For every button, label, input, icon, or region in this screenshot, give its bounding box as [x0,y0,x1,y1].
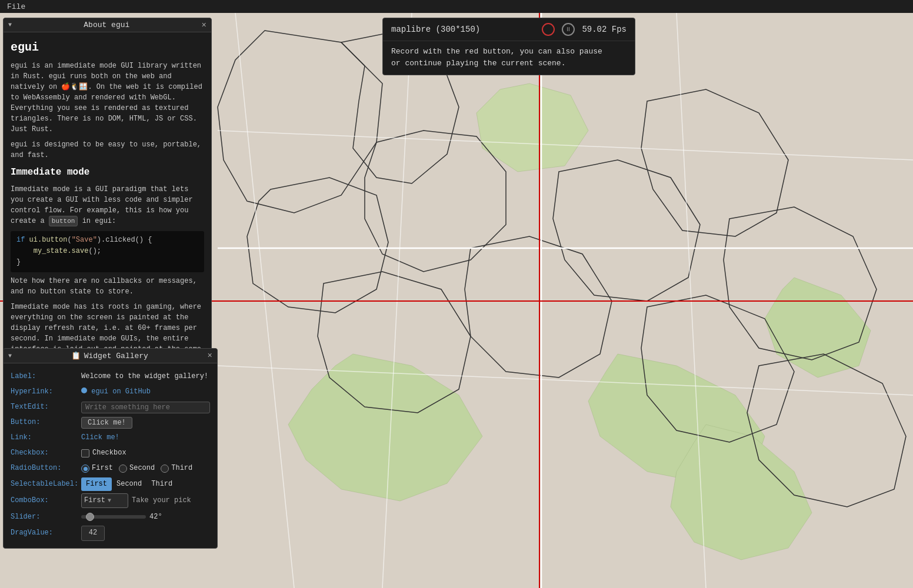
selectable-second[interactable]: Second [112,477,146,491]
drag-value[interactable]: 42 [81,526,105,540]
radio-second-label: Second [129,463,155,474]
radiobutton-label: RadioButton: [11,463,81,474]
about-body2: egui is designed to be easy to use, port… [11,139,204,161]
note1: Note how there are no callbacks or messa… [11,276,204,297]
widget-close-button[interactable]: × [208,352,212,360]
dragvalue-row: DragValue: 42 [11,524,210,542]
label-row: Label: Welcome to the widget gallery! [11,369,210,385]
button-field-label: Button: [11,417,81,428]
about-heading: egui [11,38,204,57]
about-panel-title: About egui [84,21,129,29]
radio-third-circle[interactable] [161,465,169,473]
widget-collapse-button[interactable]: ▼ [8,353,12,359]
combo-box: First ▼ Take your pick [81,493,191,508]
hyperlink-row: Hyperlink: egui on GitHub [11,385,210,400]
selectable-first[interactable]: First [81,477,112,491]
combobox-row: ComboBox: First ▼ Take your pick [11,492,210,509]
checkbox-control[interactable]: Checkbox [81,447,126,459]
selectable-group: First Second Third [81,477,177,491]
slider-value: 42° [149,512,173,523]
button-row: Button: Click me! [11,415,210,430]
fps-display: 59.02 Fps [582,25,627,34]
combo-value: First [84,495,105,506]
checkbox-box[interactable] [81,449,89,457]
radio-third[interactable]: Third [161,463,192,474]
radio-first[interactable]: First [81,463,113,474]
widget-panel-title: 📋 Widget Gallery [71,351,148,360]
widget-icon: 📋 [71,351,81,360]
radio-first-label: First [92,463,113,474]
widget-panel-content: Label: Welcome to the widget gallery! Hy… [4,363,217,548]
combobox-label: ComboBox: [11,495,81,506]
immediate-body: Immediate mode is a GUI paradigm that le… [11,184,204,227]
record-panel: maplibre (300*150) ⏸ 59.02 Fps Record wi… [382,18,635,75]
textedit-row: TextEdit: [11,400,210,415]
label-field-label: Label: [11,371,81,382]
about-panel-header[interactable]: ▼ About egui × [4,18,211,32]
inline-button: button [49,216,78,227]
slider-thumb[interactable] [86,513,94,521]
record-button[interactable] [542,23,555,36]
pause-button[interactable]: ⏸ [562,23,575,36]
record-desc-line2: or continue playing the current scene. [391,58,627,69]
dragvalue-label: DragValue: [11,527,81,539]
file-menu[interactable]: File [5,2,28,11]
immediate-heading: Immediate mode [11,165,204,181]
combo-hint: Take your pick [132,495,191,506]
radio-first-circle[interactable] [81,465,89,473]
radio-third-label: Third [171,463,192,474]
slider-container: 42° [81,512,210,523]
record-desc-line1: Record with the red button, you can also… [391,46,627,58]
slider-label: Slider: [11,512,81,523]
textedit-label: TextEdit: [11,402,81,413]
slider-track[interactable] [81,515,146,519]
label-field-value: Welcome to the widget gallery! [81,371,210,382]
checkbox-row: Checkbox: Checkbox [11,446,210,461]
link-field-label: Link: [11,432,81,443]
radio-second-circle[interactable] [119,465,127,473]
about-collapse-button[interactable]: ▼ [8,22,12,28]
widget-panel-header[interactable]: ▼ 📋 Widget Gallery × [4,349,217,363]
widget-panel: ▼ 📋 Widget Gallery × Label: Welcome to t… [3,348,218,549]
slider-row: Slider: 42° [11,509,210,524]
hyperlink-field-label: Hyperlink: [11,386,81,397]
selectable-third[interactable]: Third [146,477,177,491]
radio-group: First Second Third [81,463,192,474]
crosshair-vertical [539,13,540,588]
hyperlink-value[interactable]: egui on GitHub [91,387,151,396]
about-body1: egui is an immediate mode GUI library wr… [11,61,204,135]
textedit-input[interactable] [81,402,210,413]
link-value[interactable]: Click me! [81,432,119,443]
selectable-label-row: SelectableLabel: First Second Third [11,476,210,492]
combo-arrow-icon: ▼ [108,496,111,506]
checkbox-text: Checkbox [92,447,126,459]
menubar: File [0,0,913,13]
link-row: Link: Click me! [11,430,210,446]
about-close-button[interactable]: × [202,21,206,29]
click-me-button[interactable]: Click me! [81,417,132,429]
checkbox-label: Checkbox: [11,447,81,459]
code-block: if ui.button("Save").clicked() { my_stat… [11,231,204,272]
selectable-label-label: SelectableLabel: [11,479,81,490]
record-title: maplibre (300*150) [391,25,535,34]
hyperlink-icon [81,387,87,393]
radiobutton-row: RadioButton: First Second Third [11,461,210,476]
combo-select[interactable]: First ▼ [81,493,128,508]
radio-second[interactable]: Second [119,463,155,474]
